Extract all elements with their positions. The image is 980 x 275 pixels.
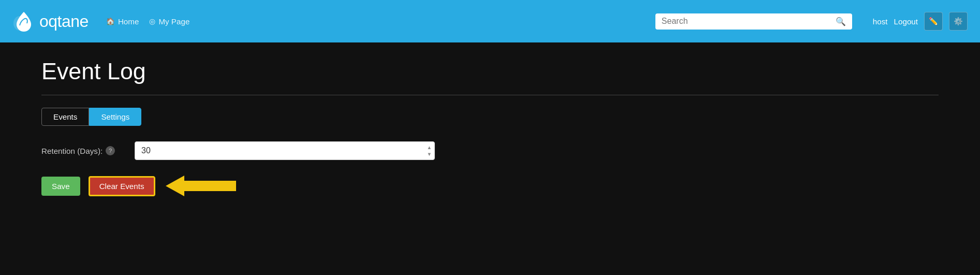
tab-events[interactable]: Events — [41, 108, 89, 126]
search-box: 🔍 — [655, 13, 852, 30]
tabs: Events Settings — [41, 108, 939, 126]
spinner-down[interactable]: ▼ — [426, 151, 433, 157]
retention-input[interactable] — [135, 141, 435, 160]
header-right: host Logout ✏️ ⚙️ — [873, 12, 968, 31]
retention-label: Retention (Days): ? — [41, 146, 124, 155]
mypage-icon: ◎ — [149, 17, 155, 25]
divider — [41, 95, 939, 95]
search-button[interactable]: 🔍 — [836, 17, 846, 26]
annotation-arrow — [166, 176, 236, 196]
home-icon: 🏠 — [106, 17, 115, 25]
spinner-up[interactable]: ▲ — [426, 144, 433, 151]
buttons-row: Save Clear Events — [41, 176, 939, 196]
clear-events-button[interactable]: Clear Events — [89, 176, 155, 196]
arrow-head — [166, 176, 184, 196]
nav-links: 🏠 Home ◎ My Page — [106, 17, 643, 26]
nav-mypage-label: My Page — [158, 17, 189, 26]
logo-icon — [12, 10, 35, 33]
nav-home-label: Home — [118, 17, 139, 26]
help-icon[interactable]: ? — [106, 146, 115, 155]
logout-button[interactable]: Logout — [894, 17, 918, 26]
page-content: Event Log Events Settings Retention (Day… — [0, 42, 980, 275]
arrow-body — [184, 181, 236, 191]
settings-button[interactable]: ⚙️ — [949, 12, 968, 31]
spinners: ▲ ▼ — [426, 144, 433, 157]
edit-button[interactable]: ✏️ — [924, 12, 943, 31]
page-title: Event Log — [41, 58, 939, 84]
save-button[interactable]: Save — [41, 177, 80, 196]
username-label: host — [873, 17, 888, 26]
search-input[interactable] — [662, 17, 831, 26]
header: oqtane 🏠 Home ◎ My Page 🔍 host Logout ✏️… — [0, 0, 980, 42]
nav-home[interactable]: 🏠 Home — [106, 17, 139, 26]
retention-label-text: Retention (Days): — [41, 147, 103, 155]
logo[interactable]: oqtane — [12, 10, 89, 33]
form-row: Retention (Days): ? ▲ ▼ — [41, 141, 939, 160]
nav-mypage[interactable]: ◎ My Page — [149, 17, 189, 26]
search-area: 🔍 — [655, 13, 852, 30]
retention-input-wrapper: ▲ ▼ — [135, 141, 435, 160]
logo-text: oqtane — [39, 12, 89, 31]
tab-settings[interactable]: Settings — [89, 108, 141, 126]
